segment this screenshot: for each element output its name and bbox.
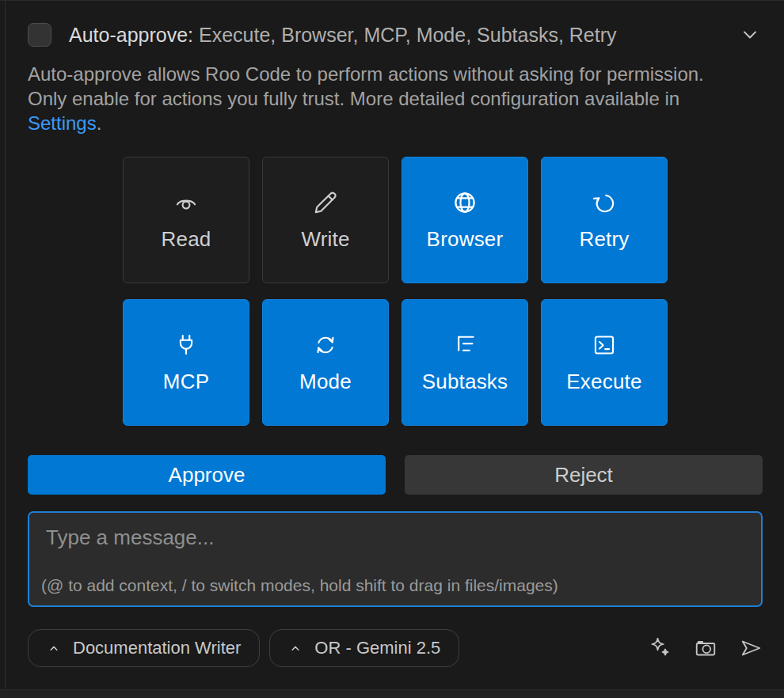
toggle-label: Retry [579,227,629,252]
caret-up-icon [47,641,61,655]
plug-icon [173,332,200,358]
toggle-retry[interactable]: Retry [541,157,668,283]
screenshot-button[interactable] [694,636,717,660]
globe-icon [451,189,478,216]
sync-icon [312,332,339,358]
toggle-mcp[interactable]: MCP [123,299,249,426]
reject-button[interactable]: Reject [405,455,763,495]
message-placeholder: Type a message... [46,525,214,550]
bottom-strip [0,689,784,698]
auto-approve-description: Auto-approve allows Roo Code to perform … [28,62,763,135]
chat-footer: Documentation Writer OR - Gemini 2.5 [28,629,763,667]
auto-approve-title: Auto-approve: Execute, Browser, MCP, Mod… [69,24,617,47]
auto-approve-summary: Execute, Browser, MCP, Mode, Subtasks, R… [193,24,616,46]
settings-link[interactable]: Settings [28,112,97,134]
toggle-mode[interactable]: Mode [262,299,389,426]
toggle-label: Subtasks [422,370,508,394]
toggle-read[interactable]: Read [123,157,249,283]
message-input[interactable]: Type a message... (@ to add context, / t… [28,511,763,607]
mode-selector[interactable]: Documentation Writer [28,629,260,667]
auto-approve-toggle-grid: Read Write Browser Retry MCP [123,157,668,426]
toggle-browser[interactable]: Browser [402,157,528,283]
caret-up-icon [288,641,303,655]
terminal-icon [591,332,618,358]
mode-selector-label: Documentation Writer [73,638,241,658]
auto-approve-checkbox[interactable] [28,23,51,47]
description-line: Settings. [28,111,763,135]
toggle-label: Write [301,227,349,252]
send-icon [739,636,763,660]
toggle-execute[interactable]: Execute [541,299,668,426]
model-selector[interactable]: OR - Gemini 2.5 [269,629,459,667]
eye-icon [173,189,200,216]
panel-left-edge [5,1,6,698]
footer-icons [649,636,763,660]
description-line: Auto-approve allows Roo Code to perform … [28,62,763,86]
action-buttons: Approve Reject [28,455,763,495]
auto-approve-panel: Auto-approve: Execute, Browser, MCP, Mod… [0,0,784,698]
model-selector-label: OR - Gemini 2.5 [314,638,440,658]
toggle-label: Mode [299,370,352,394]
enhance-prompt-button[interactable] [649,636,672,660]
auto-approve-header[interactable]: Auto-approve: Execute, Browser, MCP, Mod… [28,23,763,47]
settings-link-period: . [97,112,102,134]
chevron-down-icon[interactable] [740,25,760,45]
sparkle-icon [649,636,672,660]
description-line: Only enable for actions you fully trust.… [28,86,763,111]
approve-button[interactable]: Approve [28,455,386,495]
camera-icon [694,636,717,660]
toggle-subtasks[interactable]: Subtasks [402,299,528,426]
pencil-icon [312,189,339,216]
toggle-label: Browser [427,227,504,252]
toggle-label: Read [162,227,211,252]
send-button[interactable] [739,636,763,660]
message-hint: (@ to add context, / to switch modes, ho… [41,576,558,595]
toggle-write[interactable]: Write [262,157,389,283]
list-tree-icon [451,332,478,358]
toggle-label: Execute [566,370,641,394]
refresh-icon [591,189,618,216]
toggle-label: MCP [163,370,209,394]
auto-approve-label: Auto-approve: [69,24,193,46]
